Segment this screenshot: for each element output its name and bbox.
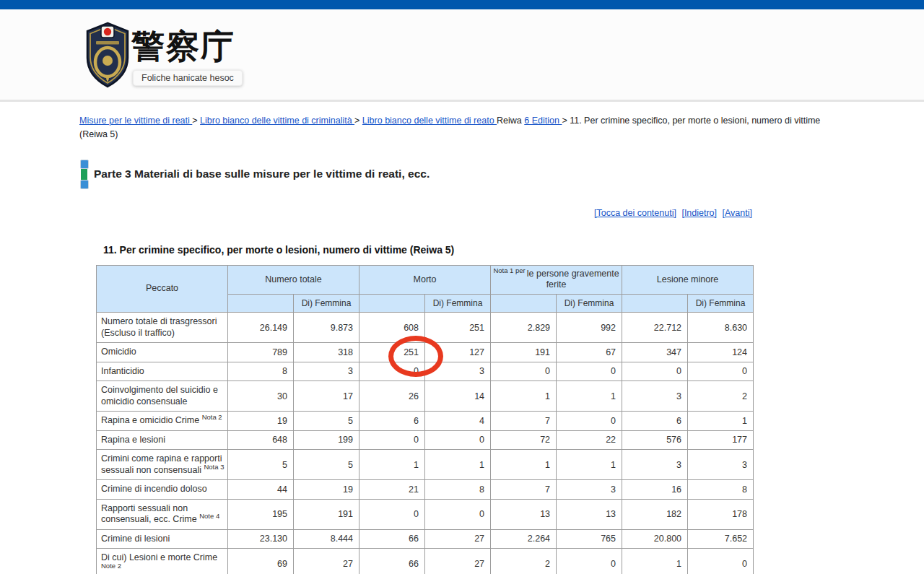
subheader-femmina: Di) Femmina [425,295,491,313]
value-cell: 0 [491,362,557,381]
page-nav: [Tocca dei contenuti] [Indietro] [Avanti… [79,208,752,218]
value-cell: 0 [359,430,425,450]
agency-name: 警察庁 [131,28,235,65]
table-row: Rapporti sessuali non consensuali, ecc. … [97,499,754,529]
value-cell: 0 [688,362,754,381]
value-cell: 44 [228,480,294,500]
row-note-superscript: Nota 2 [202,413,222,421]
page-nav-link[interactable]: [Avanti] [723,208,752,218]
value-cell: 1 [425,450,491,480]
value-cell: 2 [688,381,754,412]
value-cell: 9.873 [294,313,359,343]
value-cell: 5 [294,412,359,431]
value-cell: 2.829 [491,313,557,343]
main-content: Misure per le vittime di reati > Libro b… [0,104,924,574]
value-cell: 4 [425,412,491,431]
value-cell: 5 [294,450,359,480]
row-label: Infanticidio [97,362,228,381]
value-cell: 182 [622,499,688,529]
value-cell: 20.800 [622,529,688,549]
value-cell: 1 [359,450,425,480]
table-row: Crimine di lesioni23.1308.44466272.26476… [97,529,754,549]
value-cell: 0 [557,362,622,381]
value-cell: 1 [622,549,688,574]
value-cell: 1 [491,450,557,480]
table-row: Crimini come rapina e rapporti sessuali … [97,450,754,480]
police-emblem-icon [84,22,131,88]
value-cell: 195 [228,499,294,529]
row-label: Rapina e lesioni [97,430,228,450]
breadcrumb-link[interactable]: Libro bianco delle vittime di criminalit… [200,116,354,126]
top-blue-bar [0,0,924,9]
section-heading-text: Parte 3 Materiali di base sulle misure p… [94,168,430,181]
value-cell: 992 [557,313,622,343]
value-cell: 0 [425,499,491,529]
column-group-header: Numero totale [228,265,359,294]
value-cell: 66 [359,529,425,549]
victims-table: PeccatoNumero totaleMortoNota 1 perle pe… [96,265,754,574]
breadcrumb-link[interactable]: Libro bianco delle vittime di reato [362,116,497,126]
value-cell: 2 [491,549,557,574]
value-cell: 22 [557,430,622,450]
value-cell: 127 [425,343,491,362]
table-row: Crimine di incendio doloso441921873168 [97,480,754,500]
value-cell: 26.149 [228,313,294,343]
value-cell: 13 [557,499,622,529]
value-cell: 30 [228,381,294,412]
value-cell: 789 [228,343,294,362]
row-label: Crimine di incendio doloso [97,480,228,500]
column-group-header: Morto [359,265,491,294]
column-group-header: Nota 1 perle persone gravemente ferite [491,265,622,294]
value-cell: 17 [294,381,359,412]
value-cell: 23.130 [228,529,294,549]
value-cell: 27 [425,549,491,574]
row-label: Crimine di lesioni [97,529,228,549]
value-cell: 26 [359,381,425,412]
value-cell: 0 [557,549,622,574]
value-cell: 19 [228,412,294,431]
subheader-empty [228,295,294,313]
value-cell: 67 [557,343,622,362]
breadcrumb-text: > [192,116,200,126]
value-cell: 8 [425,480,491,500]
breadcrumb-link[interactable]: 6 Edition [524,116,562,126]
value-cell: 576 [622,430,688,450]
value-cell: 8.444 [294,529,359,549]
site-header: 警察庁 Foliche hanicate hesoc [0,9,924,102]
subheader-femmina: Di) Femmina [294,295,359,313]
row-note-superscript: Note 4 [199,512,219,520]
value-cell: 3 [425,362,491,381]
value-cell: 66 [359,549,425,574]
value-cell: 318 [294,343,359,362]
table-row: Omicidio78931825112719167347124 [97,343,754,362]
value-cell: 177 [688,430,754,450]
table-title: 11. Per crimine specifico, per morte o l… [103,244,924,256]
breadcrumb-text: > [354,116,362,126]
row-label: Di cui) Lesioni e morte Crime Note 2 [97,549,228,574]
column-header-peccato: Peccato [97,265,228,312]
subheader-empty [359,295,425,313]
breadcrumb: Misure per le vittime di reati > Libro b… [79,114,846,142]
page-nav-link[interactable]: [Tocca dei contenuti] [594,208,676,218]
value-cell: 0 [557,412,622,431]
value-cell: 8 [228,362,294,381]
row-label: Rapporti sessuali non consensuali, ecc. … [97,499,228,529]
row-label: Rapina e omicidio Crime Nota 2 [97,412,228,431]
value-cell: 1 [688,412,754,431]
breadcrumb-link[interactable]: Misure per le vittime di reati [79,116,192,126]
value-cell: 191 [491,343,557,362]
police-agency-logo[interactable] [84,22,131,88]
value-cell: 1 [491,381,557,412]
broken-image-icon [80,180,89,189]
value-cell: 3 [557,480,622,500]
page-nav-link[interactable]: [Indietro] [681,208,717,218]
value-cell: 3 [688,450,754,480]
value-cell: 3 [622,450,688,480]
table-row: Numero totale di trasgressori (Escluso i… [97,313,754,343]
value-cell: 72 [491,430,557,450]
value-cell: 27 [294,549,359,574]
value-cell: 0 [622,362,688,381]
table-row: Rapina e omicidio Crime Nota 2195647061 [97,412,754,431]
value-cell: 8.630 [688,313,754,343]
subheader-femmina: Di) Femmina [688,295,754,313]
